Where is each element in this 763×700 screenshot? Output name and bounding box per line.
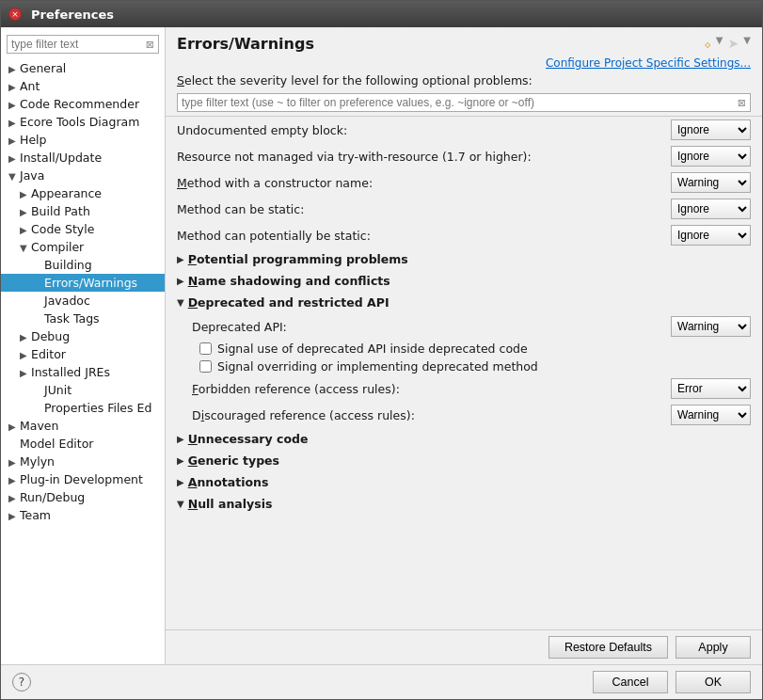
section-unnecessary-code[interactable]: ▶ Unnecessary code — [166, 428, 762, 450]
section-name-shadowing[interactable]: ▶ Name shadowing and conflicts — [166, 270, 762, 292]
forward-dropdown[interactable]: ▼ — [743, 35, 751, 52]
main-filter-clear[interactable]: ⊠ — [738, 97, 746, 109]
sidebar-item-plug-in-development[interactable]: ▶Plug-in Development — [1, 470, 165, 488]
sidebar-item-debug[interactable]: ▶Debug — [1, 327, 165, 345]
label-resource-not-managed: Resource not managed via try-with-resour… — [177, 150, 671, 164]
label-discouraged-reference: Discouraged reference (access rules): — [177, 408, 671, 422]
row-forbidden-reference: Forbidden reference (access rules): Igno… — [166, 375, 762, 402]
sidebar-item-run-debug[interactable]: ▶Run/Debug — [1, 488, 165, 506]
select-deprecated-api[interactable]: Ignore Warning Error — [671, 316, 751, 337]
label-forbidden-reference: Forbidden reference (access rules): — [177, 382, 671, 396]
section-annotations[interactable]: ▶ Annotations — [166, 471, 762, 493]
checkbox-row-signal-deprecated: Signal use of deprecated API inside depr… — [166, 340, 762, 358]
select-resource-not-managed[interactable]: Ignore Warning Error — [671, 146, 751, 167]
select-undocumented-empty-block[interactable]: Ignore Warning Error — [671, 119, 751, 140]
expand-arrow-ant: ▶ — [8, 82, 20, 92]
sidebar-item-compiler[interactable]: ▼Compiler — [1, 238, 165, 256]
select-discouraged-reference[interactable]: Ignore Warning Error — [671, 405, 751, 425]
expand-arrow-build-path: ▶ — [20, 207, 31, 217]
expand-arrow-install-update: ▶ — [8, 153, 20, 164]
expand-arrow-code-style: ▶ — [20, 225, 31, 235]
sidebar-item-ant[interactable]: ▶Ant — [1, 77, 165, 95]
sidebar-item-model-editor[interactable]: Model Editor — [1, 435, 165, 453]
sidebar-item-properties-files[interactable]: Properties Files Ed — [1, 399, 165, 417]
expand-arrow-general: ▶ — [8, 64, 20, 74]
sidebar-item-editor[interactable]: ▶Editor — [1, 345, 165, 363]
sidebar-item-maven[interactable]: ▶Maven — [1, 417, 165, 435]
help-button[interactable]: ? — [12, 673, 31, 692]
sidebar-filter-box[interactable]: ⊠ — [7, 35, 159, 54]
back-button[interactable]: ⬦ — [701, 35, 714, 52]
sidebar-item-errors-warnings[interactable]: Errors/Warnings — [1, 274, 165, 292]
sidebar-item-build-path[interactable]: ▶Build Path — [1, 202, 165, 220]
section-deprecated-api[interactable]: ▼ Deprecated and restricted API — [166, 292, 762, 313]
expand-arrow-appearance: ▶ — [20, 189, 31, 199]
row-undocumented-empty-block: Undocumented empty block: Ignore Warning… — [166, 117, 762, 143]
sidebar-item-help[interactable]: ▶Help — [1, 131, 165, 149]
select-method-can-be-static[interactable]: Ignore Warning Error — [671, 199, 751, 219]
bottom-bar-restore: Restore Defaults Apply — [166, 629, 762, 664]
forward-button[interactable]: ➤ — [725, 35, 742, 52]
main-panel: Errors/Warnings ⬦ ▼ ➤ ▼ Configure Projec… — [166, 27, 762, 664]
expand-arrow-javadoc — [33, 296, 44, 307]
sidebar-item-installed-jres[interactable]: ▶Installed JREs — [1, 363, 165, 381]
sidebar-item-code-style[interactable]: ▶Code Style — [1, 220, 165, 238]
section-generic-types[interactable]: ▶ Generic types — [166, 450, 762, 471]
label-method-constructor-name: Method with a constructor name: — [177, 176, 671, 190]
section-title-potential: Potential programming problems — [188, 252, 408, 266]
section-title-generic: Generic types — [188, 453, 279, 468]
expand-arrow-java: ▼ — [8, 171, 20, 182]
main-scroll-area: Undocumented empty block: Ignore Warning… — [166, 117, 762, 629]
sidebar-item-building[interactable]: Building — [1, 256, 165, 274]
expand-arrow-debug: ▶ — [20, 332, 31, 342]
sidebar-item-general[interactable]: ▶General — [1, 59, 165, 77]
back-dropdown[interactable]: ▼ — [716, 35, 723, 52]
sidebar-item-install-update[interactable]: ▶Install/Update — [1, 149, 165, 167]
sidebar: ⊠ ▶General ▶Ant ▶Code Recommender ▶Ecore… — [1, 27, 166, 664]
main-header: Errors/Warnings ⬦ ▼ ➤ ▼ Configure Projec… — [166, 27, 762, 117]
expand-arrow-compiler: ▼ — [20, 243, 31, 253]
sidebar-item-team[interactable]: ▶Team — [1, 506, 165, 524]
expand-arrow-building — [33, 261, 44, 271]
close-button[interactable]: × — [8, 8, 22, 21]
sidebar-item-java[interactable]: ▼Java — [1, 167, 165, 184]
label-undocumented-empty-block: Undocumented empty block: — [177, 123, 671, 137]
section-title-annotations: Annotations — [188, 475, 269, 489]
sidebar-item-task-tags[interactable]: Task Tags — [1, 310, 165, 327]
page-title: Errors/Warnings — [177, 35, 314, 53]
sidebar-item-code-recommender[interactable]: ▶Code Recommender — [1, 95, 165, 113]
sidebar-item-ecore-tools[interactable]: ▶Ecore Tools Diagram — [1, 113, 165, 131]
expand-arrow-properties-files — [33, 404, 44, 414]
configure-project-link[interactable]: Configure Project Specific Settings... — [177, 56, 751, 70]
sidebar-item-junit[interactable]: JUnit — [1, 381, 165, 399]
main-filter-row[interactable]: ⊠ — [177, 93, 751, 112]
cancel-button[interactable]: Cancel — [593, 671, 668, 693]
sidebar-filter-clear[interactable]: ⊠ — [146, 39, 154, 51]
sidebar-item-mylyn[interactable]: ▶Mylyn — [1, 453, 165, 470]
ok-button[interactable]: OK — [676, 671, 751, 693]
select-method-constructor-name[interactable]: Ignore Warning Error — [671, 172, 751, 193]
expand-arrow-installed-jres: ▶ — [20, 368, 31, 378]
row-discouraged-reference: Discouraged reference (access rules): Ig… — [166, 402, 762, 428]
select-method-potentially-static[interactable]: Ignore Warning Error — [671, 225, 751, 246]
sidebar-item-appearance[interactable]: ▶Appearance — [1, 184, 165, 202]
expand-arrow-task-tags — [33, 314, 44, 325]
main-filter-input[interactable] — [182, 96, 738, 109]
expand-arrow-mylyn: ▶ — [8, 457, 20, 468]
titlebar: × Preferences — [1, 1, 762, 27]
section-potential-programming-problems[interactable]: ▶ Potential programming problems — [166, 248, 762, 270]
restore-defaults-button[interactable]: Restore Defaults — [548, 636, 668, 659]
row-method-can-be-static: Method can be static: Ignore Warning Err… — [166, 196, 762, 222]
row-deprecated-api: Deprecated API: Ignore Warning Error — [166, 313, 762, 340]
checkbox-signal-deprecated[interactable] — [199, 342, 212, 355]
expand-arrow-help: ▶ — [8, 135, 20, 146]
section-null-analysis[interactable]: ▼ Null analysis — [166, 493, 762, 515]
section-content-deprecated: Deprecated API: Ignore Warning Error Sig… — [166, 313, 762, 428]
sidebar-filter-input[interactable] — [11, 38, 146, 51]
nav-area: ⬦ ▼ ➤ ▼ — [701, 35, 751, 52]
checkbox-signal-overriding[interactable] — [199, 360, 212, 373]
label-signal-overriding: Signal overriding or implementing deprec… — [217, 359, 538, 374]
select-forbidden-reference[interactable]: Ignore Warning Error — [671, 378, 751, 399]
sidebar-item-javadoc[interactable]: Javadoc — [1, 292, 165, 310]
apply-button[interactable]: Apply — [676, 636, 751, 659]
